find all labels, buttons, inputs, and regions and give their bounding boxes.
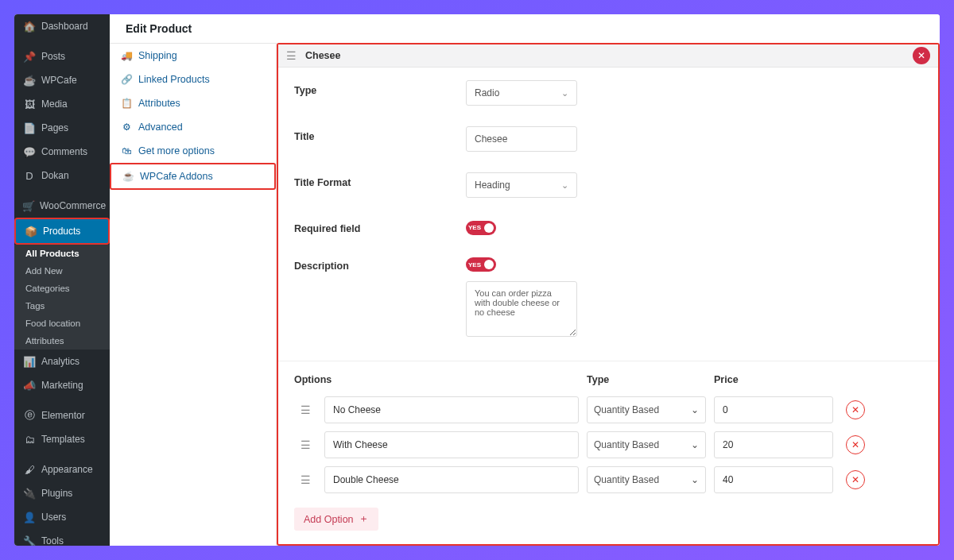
option-row: ☰ Quantity Based ⌄ ✕ bbox=[294, 396, 922, 423]
sidebar-subitem-food-location[interactable]: Food location bbox=[14, 315, 110, 332]
label-required: Required field bbox=[294, 218, 466, 234]
wrench-icon: 🔧 bbox=[22, 534, 37, 546]
media-icon: 🖼 bbox=[22, 97, 37, 111]
tab-shipping[interactable]: 🚚 Shipping bbox=[110, 44, 276, 68]
sidebar-item-products[interactable]: 📦 Products bbox=[14, 218, 110, 245]
woocommerce-icon: 🛒 bbox=[22, 199, 35, 213]
close-icon: ✕ bbox=[851, 474, 859, 485]
drag-handle-icon[interactable]: ☰ bbox=[294, 438, 316, 451]
title-format-select[interactable]: Heading ⌄ bbox=[466, 172, 577, 198]
drag-handle-icon[interactable]: ☰ bbox=[286, 49, 301, 62]
sidebar-item-media[interactable]: 🖼 Media bbox=[14, 92, 110, 116]
option-name-input[interactable] bbox=[324, 431, 579, 458]
tab-advanced[interactable]: ⚙ Advanced bbox=[110, 115, 276, 139]
sidebar-item-tools[interactable]: 🔧 Tools bbox=[14, 529, 110, 546]
sidebar-item-label: Tools bbox=[41, 535, 64, 546]
option-type-select[interactable]: Quantity Based ⌄ bbox=[587, 466, 706, 493]
sidebar-item-comments[interactable]: 💬 Comments bbox=[14, 140, 110, 164]
option-price-input[interactable] bbox=[714, 466, 833, 493]
plus-icon: ＋ bbox=[359, 512, 369, 526]
sidebar-item-plugins[interactable]: 🔌 Plugins bbox=[14, 481, 110, 505]
sidebar-item-templates[interactable]: 🗂 Templates bbox=[14, 427, 110, 451]
option-price-input[interactable] bbox=[714, 431, 833, 458]
sidebar-subitem-attributes[interactable]: Attributes bbox=[14, 332, 110, 350]
sidebar-item-analytics[interactable]: 📊 Analytics bbox=[14, 350, 110, 373]
gear-icon: ⚙ bbox=[121, 122, 132, 133]
megaphone-icon: 📣 bbox=[22, 378, 37, 392]
sidebar-item-label: Analytics bbox=[41, 356, 80, 367]
sidebar-item-dokan[interactable]: D Dokan bbox=[14, 164, 110, 187]
remove-option-button[interactable]: ✕ bbox=[846, 435, 865, 454]
chevron-down-icon: ⌄ bbox=[691, 439, 699, 450]
sidebar-item-label: WPCafe bbox=[41, 75, 77, 86]
truck-icon: 🚚 bbox=[121, 50, 132, 61]
options-header-options: Options bbox=[294, 374, 579, 385]
option-name-input[interactable] bbox=[324, 396, 579, 423]
link-icon: 🔗 bbox=[121, 74, 132, 85]
sidebar-item-label: WooCommerce bbox=[40, 200, 106, 211]
chevron-down-icon: ⌄ bbox=[691, 474, 699, 485]
list-icon: 📋 bbox=[121, 98, 132, 109]
sidebar-item-marketing[interactable]: 📣 Marketing bbox=[14, 373, 110, 397]
options-header-type: Type bbox=[587, 374, 706, 385]
products-icon: 📦 bbox=[24, 224, 38, 238]
elementor-icon: ⓔ bbox=[22, 408, 37, 423]
sidebar-subitem-add-new[interactable]: Add New bbox=[14, 262, 110, 280]
sidebar-item-wpcafe[interactable]: ☕ WPCafe bbox=[14, 68, 110, 92]
option-type-select[interactable]: Quantity Based ⌄ bbox=[587, 431, 706, 458]
user-icon: 👤 bbox=[22, 510, 37, 524]
tab-attributes[interactable]: 📋 Attributes bbox=[110, 91, 276, 115]
select-value: Radio bbox=[475, 87, 499, 98]
tab-label: Get more options bbox=[138, 145, 215, 156]
tab-get-more-options[interactable]: 🛍 Get more options bbox=[110, 139, 276, 163]
sidebar-item-appearance[interactable]: 🖌 Appearance bbox=[14, 458, 110, 481]
chevron-down-icon: ⌄ bbox=[691, 404, 699, 415]
sidebar-item-label: Dashboard bbox=[41, 21, 88, 32]
toggle-label: YES bbox=[468, 224, 481, 231]
sidebar-subitem-categories[interactable]: Categories bbox=[14, 280, 110, 297]
description-textarea[interactable] bbox=[466, 281, 577, 337]
add-option-button[interactable]: Add Option ＋ bbox=[294, 508, 378, 531]
remove-option-button[interactable]: ✕ bbox=[846, 470, 865, 489]
sidebar-item-label: Users bbox=[41, 512, 66, 523]
select-value: Quantity Based bbox=[594, 474, 659, 485]
option-price-input[interactable] bbox=[714, 396, 833, 423]
addon-panel-title: Chesee bbox=[305, 50, 340, 61]
tab-wpcafe-addons[interactable]: ☕ WPCafe Addons bbox=[110, 163, 276, 190]
sidebar-item-users[interactable]: 👤 Users bbox=[14, 505, 110, 529]
tab-linked-products[interactable]: 🔗 Linked Products bbox=[110, 68, 276, 91]
required-toggle[interactable]: YES bbox=[466, 221, 496, 235]
close-icon: ✕ bbox=[917, 50, 925, 61]
analytics-icon: 📊 bbox=[22, 354, 37, 369]
tab-label: WPCafe Addons bbox=[140, 171, 213, 182]
label-title-format: Title Format bbox=[294, 172, 466, 188]
drag-handle-icon[interactable]: ☰ bbox=[294, 473, 316, 486]
bag-icon: 🛍 bbox=[121, 145, 132, 156]
toggle-label: YES bbox=[468, 261, 481, 268]
remove-option-button[interactable]: ✕ bbox=[846, 400, 865, 419]
close-button[interactable]: ✕ bbox=[913, 47, 930, 64]
sidebar-item-elementor[interactable]: ⓔ Elementor bbox=[14, 404, 110, 427]
sidebar-item-label: Posts bbox=[41, 51, 65, 62]
label-title: Title bbox=[294, 126, 466, 142]
sidebar-item-woocommerce[interactable]: 🛒 WooCommerce bbox=[14, 194, 110, 218]
sidebar-subitem-all-products[interactable]: All Products bbox=[14, 245, 110, 262]
cup-icon: ☕ bbox=[22, 73, 37, 87]
type-select[interactable]: Radio ⌄ bbox=[466, 80, 577, 106]
home-icon: 🏠 bbox=[22, 19, 37, 33]
sidebar-subitem-tags[interactable]: Tags bbox=[14, 297, 110, 315]
description-toggle[interactable]: YES bbox=[466, 257, 496, 272]
title-input[interactable] bbox=[466, 126, 577, 152]
page-title: Edit Product bbox=[110, 14, 940, 43]
sidebar-item-pages[interactable]: 📄 Pages bbox=[14, 116, 110, 140]
sidebar-item-posts[interactable]: 📌 Posts bbox=[14, 44, 110, 68]
sidebar-item-dashboard[interactable]: 🏠 Dashboard bbox=[14, 14, 110, 38]
option-name-input[interactable] bbox=[324, 466, 579, 493]
option-type-select[interactable]: Quantity Based ⌄ bbox=[587, 396, 706, 423]
sidebar-item-label: Marketing bbox=[41, 380, 83, 391]
add-option-label: Add Option bbox=[304, 514, 354, 525]
tab-label: Attributes bbox=[138, 98, 180, 109]
sidebar-item-label: Plugins bbox=[41, 488, 72, 499]
drag-handle-icon[interactable]: ☰ bbox=[294, 404, 316, 416]
select-value: Heading bbox=[475, 180, 510, 191]
